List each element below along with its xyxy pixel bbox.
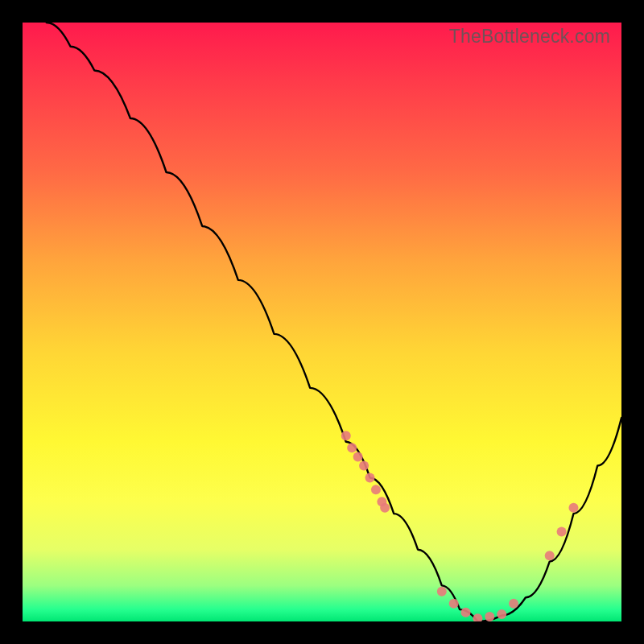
data-point [365, 473, 375, 482]
chart-frame: TheBottleneck.com [0, 0, 644, 644]
data-point [461, 608, 471, 617]
highlight-points [341, 431, 579, 621]
chart-svg [23, 23, 621, 621]
data-point [568, 503, 578, 513]
data-point [485, 612, 494, 621]
data-point [449, 599, 459, 609]
data-point [353, 452, 363, 461]
data-point [473, 613, 482, 621]
data-point [380, 503, 390, 513]
data-point [359, 461, 369, 471]
data-point [371, 485, 381, 494]
data-point [347, 443, 357, 452]
data-point [497, 609, 506, 619]
data-point [509, 599, 518, 609]
bottleneck-curve [47, 23, 621, 621]
plot-area: TheBottleneck.com [23, 23, 621, 621]
data-point [341, 431, 351, 440]
data-point [545, 551, 555, 560]
data-point [557, 526, 567, 536]
data-point [437, 587, 447, 597]
